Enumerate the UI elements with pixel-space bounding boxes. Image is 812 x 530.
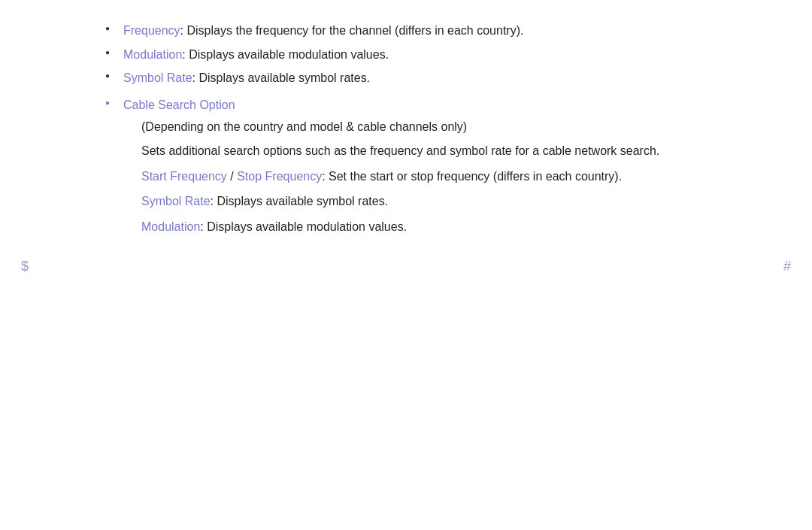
cable-search-desc1: (Depending on the country and model & ca… <box>141 117 767 137</box>
cable-symbol-rate-description: : Displays available symbol rates. <box>211 195 389 207</box>
list-item-symbol-rate: Symbol Rate: Displays available symbol r… <box>105 68 767 88</box>
cable-symbol-rate-label: Symbol Rate <box>141 195 211 207</box>
cable-search-content: (Depending on the country and model & ca… <box>141 117 767 236</box>
freq-divider: / <box>227 170 237 183</box>
frequency-text: : Displays the frequency for the channel… <box>180 24 524 37</box>
cable-modulation-description: : Displays available modulation values. <box>200 220 407 233</box>
cable-search-symbol-rate-line: Symbol Rate: Displays available symbol r… <box>141 192 767 211</box>
symbol-rate-label: Symbol Rate <box>123 71 192 84</box>
stop-frequency-label: Stop Frequency <box>237 170 322 183</box>
margin-left-symbol: $ <box>21 256 29 277</box>
start-frequency-label: Start Frequency <box>141 170 227 183</box>
cable-modulation-label: Modulation <box>141 220 200 233</box>
page-container: $ # Frequency: Displays the frequency fo… <box>0 0 812 530</box>
cable-search-modulation-line: Modulation: Displays available modulatio… <box>141 217 767 237</box>
modulation-text: : Displays available modulation values. <box>182 48 389 61</box>
symbol-rate-text: : Displays available symbol rates. <box>192 71 371 84</box>
content-area: Frequency: Displays the frequency for th… <box>45 14 767 236</box>
list-item-cable-search: Cable Search Option (Depending on the co… <box>105 95 767 237</box>
cable-search-desc2: Sets additional search options such as t… <box>141 141 767 161</box>
list-item-modulation: Modulation: Displays available modulatio… <box>105 45 767 65</box>
cable-search-title: Cable Search Option <box>123 98 235 111</box>
main-list: Frequency: Displays the frequency for th… <box>105 21 767 236</box>
freq-description: : Set the start or stop frequency (diffe… <box>322 170 622 183</box>
modulation-label: Modulation <box>123 48 182 61</box>
list-item-frequency: Frequency: Displays the frequency for th… <box>105 21 767 41</box>
margin-right-symbol: # <box>783 256 791 277</box>
frequency-label: Frequency <box>123 24 180 37</box>
cable-search-freq-line: Start Frequency / Stop Frequency: Set th… <box>141 167 767 186</box>
